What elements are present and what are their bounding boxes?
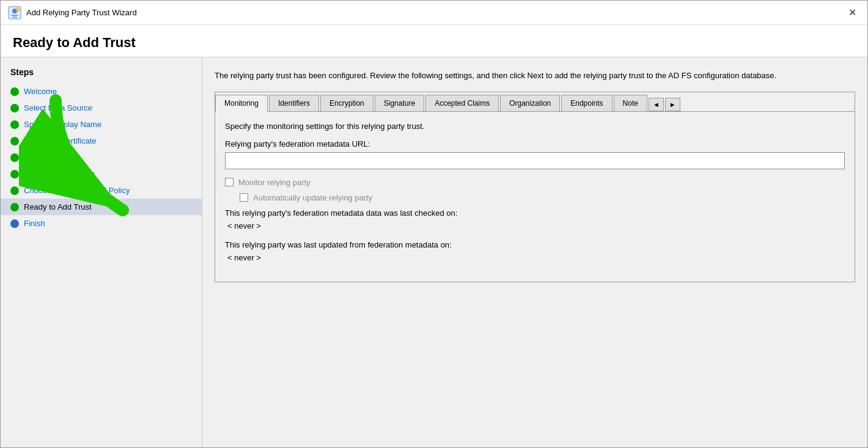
main-description: The relying party trust has been configu…	[215, 70, 855, 82]
tab-bar: MonitoringIdentifiersEncryptionSignature…	[215, 92, 855, 112]
last-checked-label: This relying party's federation metadata…	[225, 208, 845, 218]
step-dot-configure-identifiers	[10, 170, 19, 178]
close-button[interactable]: ✕	[845, 6, 860, 20]
step-dot-ready-to-add-trust	[10, 203, 19, 211]
tab-scroll-right[interactable]: ►	[665, 98, 680, 111]
step-dot-configure-url	[10, 153, 19, 162]
tab-scroll-left[interactable]: ◄	[649, 98, 664, 111]
auto-update-label: Automatically update relying party	[253, 193, 372, 202]
window-title: Add Relying Party Trust Wizard	[26, 8, 137, 17]
app-icon: !	[8, 6, 21, 20]
step-dot-specify-display-name	[10, 120, 19, 129]
step-dot-welcome	[10, 87, 19, 96]
last-checked-value: < never >	[227, 221, 845, 230]
svg-rect-3	[12, 17, 17, 18]
last-updated-value: < never >	[227, 253, 845, 262]
main-panel: The relying party trust has been configu…	[202, 57, 867, 447]
title-bar: ! Add Relying Party Trust Wizard ✕	[1, 1, 867, 25]
auto-update-checkbox-row: Automatically update relying party	[240, 193, 845, 202]
url-field-label: Relying party's federation metadata URL:	[225, 139, 845, 149]
svg-rect-2	[11, 15, 18, 16]
monitor-checkbox-row: Monitor relying party	[225, 178, 845, 187]
monitoring-description: Specify the monitoring settings for this…	[225, 122, 845, 131]
tab-identifiers[interactable]: Identifiers	[269, 95, 319, 111]
tab-notes[interactable]: Note	[614, 95, 647, 111]
step-dot-configure-certificate	[10, 137, 19, 145]
content-area: Steps WelcomeSelect Data SourceSpecify D…	[1, 57, 867, 447]
monitor-checkbox[interactable]	[225, 178, 234, 186]
step-dot-finish	[10, 219, 19, 228]
tab-monitoring[interactable]: Monitoring	[215, 95, 268, 112]
tab-signature[interactable]: Signature	[375, 95, 424, 111]
tab-organization[interactable]: Organization	[500, 95, 560, 111]
sidebar: Steps WelcomeSelect Data SourceSpecify D…	[1, 57, 202, 447]
monitor-label: Monitor relying party	[238, 178, 311, 187]
tab-accepted-claims[interactable]: Accepted Claims	[425, 95, 499, 111]
tab-panel: MonitoringIdentifiersEncryptionSignature…	[215, 92, 855, 282]
url-input[interactable]	[225, 152, 845, 169]
auto-update-checkbox[interactable]	[240, 193, 248, 202]
step-dot-select-data-source	[10, 104, 19, 112]
title-bar-left: ! Add Relying Party Trust Wizard	[8, 6, 137, 20]
last-updated-label: This relying party was last updated from…	[225, 240, 845, 249]
tab-endpoints[interactable]: Endpoints	[561, 95, 612, 111]
tab-encryption[interactable]: Encryption	[320, 95, 373, 111]
page-title: Ready to Add Trust	[1, 25, 867, 57]
sidebar-heading: Steps	[1, 67, 202, 83]
tab-content: Specify the monitoring settings for this…	[215, 112, 855, 282]
wizard-window: ! Add Relying Party Trust Wizard ✕ Ready…	[0, 0, 868, 448]
arrow-icon	[19, 94, 153, 229]
step-dot-choose-access-control	[10, 186, 19, 195]
